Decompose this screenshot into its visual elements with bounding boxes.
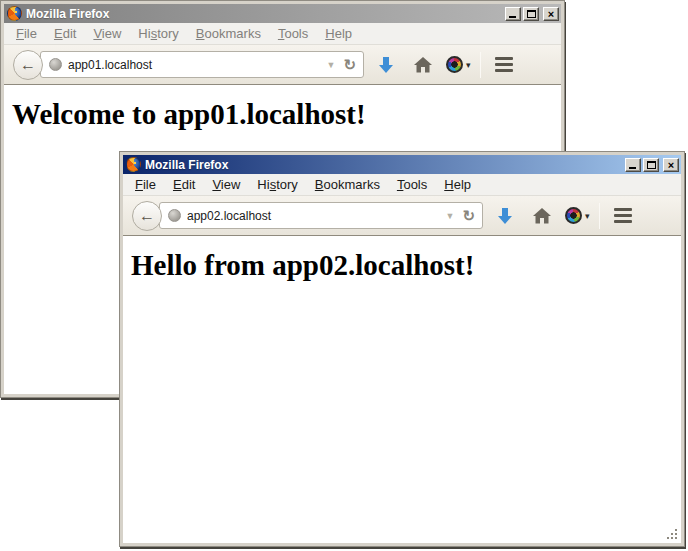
download-icon	[497, 207, 513, 225]
close-button[interactable]: ×	[663, 158, 679, 172]
menu-help[interactable]: Help	[442, 176, 473, 193]
back-button[interactable]: ←	[132, 201, 162, 231]
url-input[interactable]	[68, 58, 322, 72]
maximize-button[interactable]	[643, 158, 659, 172]
menu-edit[interactable]: Edit	[52, 25, 78, 42]
resize-grip[interactable]	[665, 527, 679, 541]
menu-history[interactable]: History	[255, 176, 299, 193]
firefox-icon	[7, 6, 22, 21]
title-bar[interactable]: Mozilla Firefox ×	[123, 155, 681, 174]
toolbar-separator	[480, 52, 481, 78]
url-bar[interactable]: ▼ ↻	[159, 202, 483, 229]
home-button[interactable]	[526, 200, 558, 232]
menu-bar: File Edit View History Bookmarks Tools H…	[4, 23, 561, 45]
menu-help[interactable]: Help	[323, 25, 354, 42]
chevron-down-icon: ▾	[466, 60, 471, 70]
toolbar-separator	[599, 203, 600, 229]
globe-icon	[168, 209, 181, 222]
window-title: Mozilla Firefox	[145, 158, 625, 172]
chevron-down-icon: ▾	[585, 211, 590, 221]
page-content-app02: Hello from app02.localhost!	[123, 236, 681, 543]
urlbar-dropdown-icon[interactable]: ▼	[322, 60, 341, 70]
menu-file[interactable]: File	[14, 25, 39, 42]
reload-icon[interactable]: ↻	[459, 208, 478, 223]
nav-toolbar: ← ▼ ↻ ▾	[123, 196, 681, 236]
maximize-icon	[527, 10, 536, 18]
maximize-button[interactable]	[523, 7, 539, 21]
menu-view[interactable]: View	[210, 176, 242, 193]
page-heading: Hello from app02.localhost!	[131, 249, 681, 282]
extension-button[interactable]: ▾	[446, 56, 471, 73]
reload-icon[interactable]: ↻	[340, 57, 359, 72]
minimize-button[interactable]	[505, 7, 521, 21]
nav-toolbar: ← ▼ ↻ ▾	[4, 45, 561, 85]
menu-tools[interactable]: Tools	[395, 176, 429, 193]
minimize-icon	[629, 167, 636, 169]
minimize-button[interactable]	[625, 158, 641, 172]
menu-bar: File Edit View History Bookmarks Tools H…	[123, 174, 681, 196]
page-heading: Welcome to app01.localhost!	[12, 98, 561, 131]
maximize-icon	[647, 161, 656, 169]
firefox-window-app02[interactable]: Mozilla Firefox × File Edit View History…	[119, 151, 685, 547]
open-menu-button[interactable]	[488, 49, 520, 81]
close-button[interactable]: ×	[543, 7, 559, 21]
menu-file[interactable]: File	[133, 176, 158, 193]
back-button[interactable]: ←	[13, 50, 43, 80]
url-input[interactable]	[187, 209, 441, 223]
color-wheel-icon	[446, 56, 463, 73]
firefox-icon	[126, 157, 141, 172]
globe-icon	[49, 58, 62, 71]
menu-history[interactable]: History	[136, 25, 180, 42]
title-bar[interactable]: Mozilla Firefox ×	[4, 4, 561, 23]
home-icon	[533, 208, 551, 224]
minimize-icon	[509, 16, 516, 18]
menu-bookmarks[interactable]: Bookmarks	[313, 176, 382, 193]
color-wheel-icon	[565, 207, 582, 224]
download-icon	[378, 56, 394, 74]
menu-tools[interactable]: Tools	[276, 25, 310, 42]
home-icon	[414, 57, 432, 73]
menu-view[interactable]: View	[91, 25, 123, 42]
menu-bookmarks[interactable]: Bookmarks	[194, 25, 263, 42]
window-title: Mozilla Firefox	[26, 7, 505, 21]
hamburger-icon	[495, 57, 513, 72]
menu-edit[interactable]: Edit	[171, 176, 197, 193]
downloads-button[interactable]	[489, 200, 521, 232]
home-button[interactable]	[407, 49, 439, 81]
urlbar-dropdown-icon[interactable]: ▼	[441, 211, 460, 221]
extension-button[interactable]: ▾	[565, 207, 590, 224]
downloads-button[interactable]	[370, 49, 402, 81]
open-menu-button[interactable]	[607, 200, 639, 232]
url-bar[interactable]: ▼ ↻	[40, 51, 364, 78]
hamburger-icon	[614, 208, 632, 223]
